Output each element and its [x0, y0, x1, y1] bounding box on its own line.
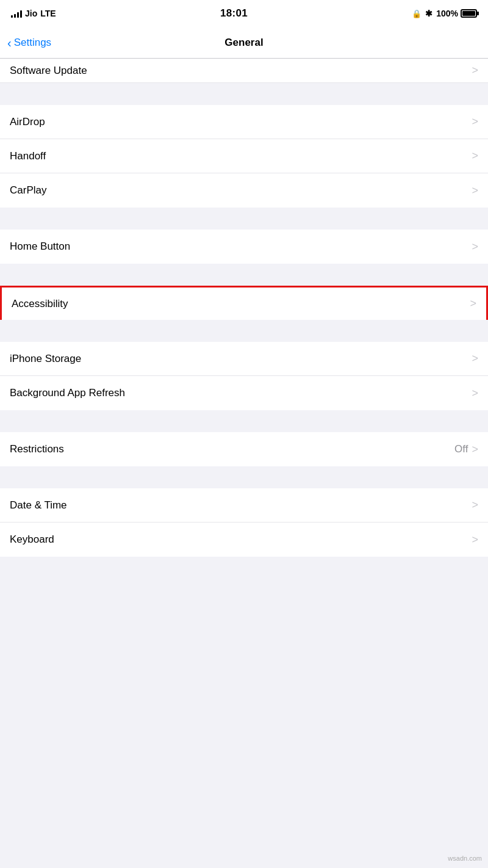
chevron-right-icon: >: [472, 443, 478, 456]
signal-bar-4: [20, 10, 22, 18]
restrictions-right: Off >: [454, 443, 478, 456]
accessibility-right: >: [470, 297, 476, 310]
settings-group-1: AirDrop > Handoff > CarPlay >: [0, 105, 488, 208]
back-button[interactable]: ‹ Settings: [7, 37, 51, 49]
signal-bar-3: [17, 12, 19, 18]
software-update-label: Software Update: [10, 65, 87, 77]
navigation-bar: ‹ Settings General: [0, 27, 488, 59]
iphone-storage-right: >: [472, 352, 478, 365]
carplay-label: CarPlay: [10, 184, 46, 197]
settings-group-2: Home Button >: [0, 230, 488, 264]
home-button-right: >: [472, 241, 478, 253]
settings-item-background-app-refresh[interactable]: Background App Refresh >: [0, 376, 488, 410]
iphone-storage-label: iPhone Storage: [10, 353, 81, 365]
watermark: wsadn.com: [448, 855, 482, 862]
home-button-label: Home Button: [10, 241, 70, 253]
carrier-label: Jio: [25, 9, 37, 18]
battery-container: 100%: [436, 9, 477, 18]
chevron-right-icon: >: [472, 150, 478, 162]
settings-group-5: Restrictions Off >: [0, 432, 488, 466]
chevron-right-icon: >: [472, 184, 478, 197]
background-app-refresh-right: >: [472, 387, 478, 400]
network-label: LTE: [40, 9, 56, 18]
date-time-label: Date & Time: [10, 499, 67, 512]
signal-bar-2: [14, 14, 16, 18]
settings-group-6: Date & Time > Keyboard >: [0, 488, 488, 557]
chevron-right-icon: >: [472, 241, 478, 253]
status-left: Jio LTE: [11, 9, 56, 18]
partial-group: Software Update >: [0, 59, 488, 83]
keyboard-right: >: [472, 533, 478, 546]
section-separator-2: [0, 208, 488, 230]
back-chevron-icon: ‹: [7, 37, 12, 49]
section-separator-4: [0, 320, 488, 342]
settings-item-software-update[interactable]: Software Update >: [0, 59, 488, 83]
status-bar: Jio LTE 18:01 🔒 ✱ 100%: [0, 0, 488, 27]
background-app-refresh-label: Background App Refresh: [10, 387, 125, 399]
chevron-right-icon: >: [472, 352, 478, 365]
settings-item-restrictions[interactable]: Restrictions Off >: [0, 432, 488, 466]
airdrop-right: >: [472, 115, 478, 128]
settings-item-carplay[interactable]: CarPlay >: [0, 173, 488, 208]
chevron-right-icon: >: [472, 64, 478, 77]
settings-item-keyboard[interactable]: Keyboard >: [0, 523, 488, 557]
settings-item-accessibility[interactable]: Accessibility >: [0, 286, 488, 320]
signal-bar-1: [11, 15, 13, 18]
keyboard-label: Keyboard: [10, 533, 54, 546]
handoff-right: >: [472, 150, 478, 162]
signal-bars: [11, 9, 22, 18]
chevron-right-icon: >: [472, 115, 478, 128]
settings-item-date-time[interactable]: Date & Time >: [0, 488, 488, 523]
status-right: 🔒 ✱ 100%: [412, 9, 477, 18]
restrictions-value: Off: [454, 443, 468, 455]
section-separator-6: [0, 466, 488, 488]
settings-item-airdrop[interactable]: AirDrop >: [0, 105, 488, 139]
battery-icon: [461, 9, 477, 18]
chevron-right-icon: >: [472, 533, 478, 546]
lock-icon: 🔒: [412, 9, 422, 18]
settings-group-4: iPhone Storage > Background App Refresh …: [0, 342, 488, 410]
battery-percent: 100%: [436, 9, 458, 18]
settings-item-handoff[interactable]: Handoff >: [0, 139, 488, 173]
back-label: Settings: [14, 37, 51, 49]
date-time-right: >: [472, 499, 478, 512]
chevron-right-icon: >: [472, 499, 478, 512]
status-time: 18:01: [220, 7, 248, 20]
settings-group-3: Accessibility >: [0, 286, 488, 320]
chevron-right-icon: >: [470, 297, 476, 310]
carplay-right: >: [472, 184, 478, 197]
restrictions-label: Restrictions: [10, 443, 64, 455]
chevron-right-icon: >: [472, 387, 478, 400]
battery-fill: [462, 11, 475, 16]
settings-item-iphone-storage[interactable]: iPhone Storage >: [0, 342, 488, 376]
page-title: General: [224, 37, 263, 49]
handoff-label: Handoff: [10, 150, 46, 162]
section-separator-1: [0, 83, 488, 105]
section-separator-3: [0, 264, 488, 286]
airdrop-label: AirDrop: [10, 116, 45, 128]
accessibility-label: Accessibility: [12, 298, 68, 310]
section-separator-5: [0, 410, 488, 432]
bluetooth-icon: ✱: [425, 9, 432, 18]
settings-item-home-button[interactable]: Home Button >: [0, 230, 488, 264]
